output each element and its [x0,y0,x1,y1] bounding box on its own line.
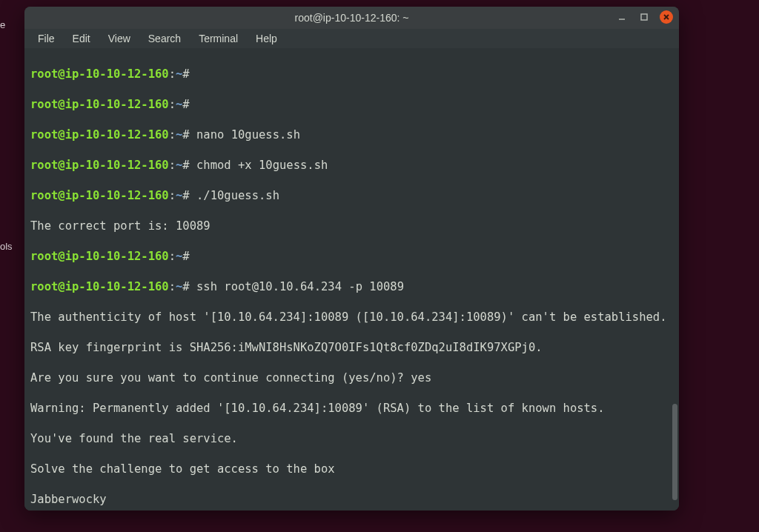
terminal-line: root@ip-10-10-12-160:~# [30,97,673,113]
prompt-path: ~ [176,98,182,111]
prompt-colon: : [169,67,176,81]
output-line: You've found the real service. [30,431,673,447]
command-text: ./10guess.sh [190,189,279,202]
command-text: chmod +x 10guess.sh [190,159,328,172]
window-title: root@ip-10-10-12-160: ~ [295,12,409,24]
prompt-hash: # [182,67,189,81]
prompt-user: root@ip-10-10-12-160 [30,189,169,202]
terminal-line: root@ip-10-10-12-160:~# chmod +x 10guess… [30,158,673,173]
window-controls [615,10,673,24]
svg-rect-1 [641,14,647,20]
output-line: Warning: Permanently added '[10.10.64.23… [30,401,673,416]
output-line: Are you sure you want to continue connec… [30,370,673,386]
prompt-hash: # [182,128,189,142]
maximize-button[interactable] [637,10,651,24]
prompt-colon: : [169,159,176,172]
terminal-line: root@ip-10-10-12-160:~# nano 10guess.sh [30,127,673,143]
scrollbar-thumb[interactable] [672,404,677,500]
prompt-colon: : [169,189,176,202]
output-line: Solve the challenge to get access to the… [30,462,673,477]
prompt-path: ~ [176,189,182,202]
prompt-hash: # [182,280,189,293]
command-text: ssh root@10.10.64.234 -p 10089 [190,280,404,293]
prompt-hash: # [182,159,189,172]
prompt-path: ~ [176,67,182,81]
output-line: Jabberwocky [30,492,673,508]
prompt-user: root@ip-10-10-12-160 [30,280,169,293]
prompt-path: ~ [176,159,182,172]
prompt-user: root@ip-10-10-12-160 [30,98,169,111]
menubar: File Edit View Search Terminal Help [24,29,679,48]
menu-file[interactable]: File [30,31,62,46]
window-titlebar: root@ip-10-10-12-160: ~ [24,7,679,29]
menu-help[interactable]: Help [248,31,285,46]
close-button[interactable] [660,10,673,24]
prompt-user: root@ip-10-10-12-160 [30,159,169,172]
prompt-colon: : [169,128,176,142]
command-text: nano 10guess.sh [190,128,300,142]
terminal-content[interactable]: root@ip-10-10-12-160:~# root@ip-10-10-12… [24,48,679,511]
menu-edit[interactable]: Edit [65,31,98,46]
terminal-line: root@ip-10-10-12-160:~# ssh root@10.10.6… [30,279,673,295]
terminal-line: root@ip-10-10-12-160:~# ./10guess.sh [30,188,673,204]
prompt-hash: # [182,98,189,111]
menu-terminal[interactable]: Terminal [191,31,245,46]
prompt-hash: # [182,250,189,263]
prompt-hash: # [182,189,189,202]
output-line: The authenticity of host '[10.10.64.234]… [30,310,673,325]
prompt-path: ~ [176,250,182,263]
prompt-user: root@ip-10-10-12-160 [30,128,169,142]
prompt-colon: : [169,250,176,263]
prompt-path: ~ [176,280,182,293]
output-line: The correct port is: 10089 [30,219,673,234]
desktop-icon-label-1: e [0,19,5,30]
terminal-line: root@ip-10-10-12-160:~# [30,249,673,265]
output-line: RSA key fingerprint is SHA256:iMwNI8HsNK… [30,340,673,356]
prompt-path: ~ [176,128,182,142]
prompt-colon: : [169,280,176,293]
terminal-window: root@ip-10-10-12-160: ~ File Edit View S… [24,7,679,511]
prompt-user: root@ip-10-10-12-160 [30,67,169,81]
terminal-line: root@ip-10-10-12-160:~# [30,67,673,82]
prompt-user: root@ip-10-10-12-160 [30,250,169,263]
prompt-colon: : [169,98,176,111]
menu-view[interactable]: View [101,31,138,46]
desktop-icon-label-2: ols [0,241,13,252]
minimize-button[interactable] [615,10,629,24]
menu-search[interactable]: Search [141,31,188,46]
